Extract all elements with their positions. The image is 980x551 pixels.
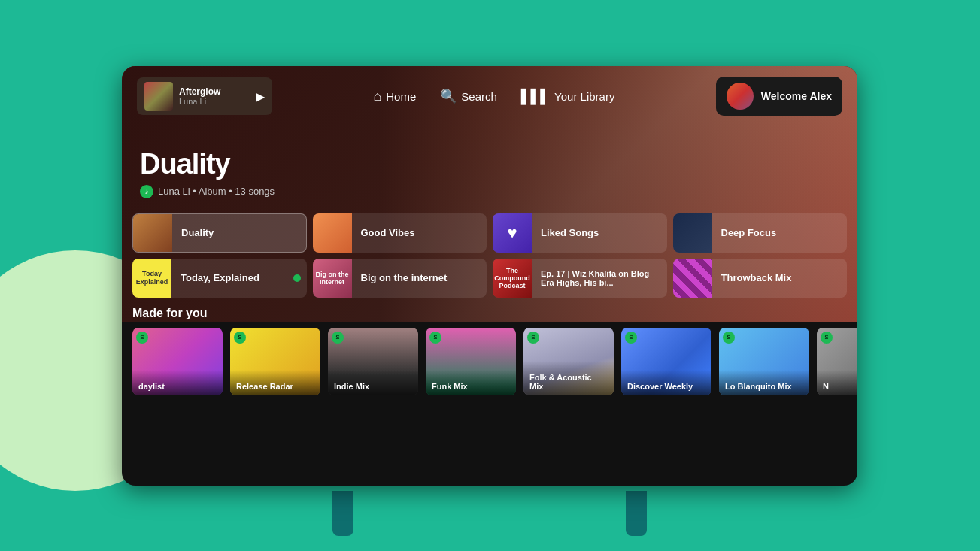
pick-biginternet[interactable]: Big on theInternet Big on the internet	[313, 259, 487, 298]
tv-frame: Afterglow Luna Li ▶ ⌂ Home 🔍 Search ▌▌▌ …	[122, 66, 857, 486]
pick-today[interactable]: TodayExplained Today, Explained	[132, 259, 307, 298]
playlist-card-funkmix[interactable]: S Funk Mix	[426, 328, 516, 395]
page-wrapper: Afterglow Luna Li ▶ ⌂ Home 🔍 Search ▌▌▌ …	[0, 0, 980, 551]
spotify-icon: S	[332, 332, 344, 344]
play-button[interactable]: ▶	[256, 89, 265, 104]
pick-label-deepfocus: Deep Focus	[712, 227, 848, 238]
pick-label-throwback: Throwback Mix	[712, 272, 848, 283]
playlist-art-funkmix: S Funk Mix	[426, 328, 516, 395]
playlist-art-daylist: S daylist	[132, 328, 223, 395]
today-art-text: TodayExplained	[136, 270, 168, 286]
playlist-card-discover[interactable]: S Discover Weekly	[621, 328, 711, 395]
new-episode-badge	[293, 274, 301, 282]
now-playing-pill[interactable]: Afterglow Luna Li ▶	[137, 77, 272, 115]
playlist-art-radar: S Release Radar	[230, 328, 320, 395]
pick-label-biginternet: Big on the internet	[352, 272, 487, 283]
playlist-label-folk: Folk & Acoustic Mix	[523, 361, 614, 395]
spotify-icon: S	[821, 332, 833, 344]
heart-icon: ♥	[507, 223, 517, 243]
tv-legs	[122, 491, 857, 536]
playlist-art-extra: S N	[817, 328, 857, 395]
nav-search[interactable]: 🔍 Search	[440, 88, 497, 104]
album-meta: ♪ Luna Li • Album • 13 songs	[140, 185, 839, 198]
playlist-card-extra[interactable]: S N	[817, 328, 857, 395]
artist-icon: ♪	[140, 185, 153, 198]
made-for-you-section: Made for you S daylist S Release Radar	[122, 298, 857, 395]
pick-art-liked: ♥	[493, 213, 532, 253]
playlist-grid: S daylist S Release Radar S	[132, 328, 847, 395]
playlist-label-daylist: daylist	[132, 370, 223, 395]
playlist-card-folk[interactable]: S Folk & Acoustic Mix	[523, 328, 614, 395]
pick-art-deepfocus	[673, 213, 712, 253]
quick-picks-grid: Duality Good Vibes ♥ Liked Songs Deep Fo…	[122, 213, 857, 298]
pick-art-today: TodayExplained	[132, 259, 171, 298]
album-meta-text: Luna Li • Album • 13 songs	[158, 186, 275, 197]
playlist-label-funkmix: Funk Mix	[426, 370, 516, 395]
home-icon: ⌂	[373, 89, 381, 104]
playlist-card-indiemix[interactable]: S Indie Mix	[328, 328, 418, 395]
pick-label-today: Today, Explained	[171, 272, 293, 283]
made-for-you-title: Made for you	[132, 307, 847, 320]
playlist-card-loblanquito[interactable]: S Lo Blanquito Mix	[719, 328, 809, 395]
tv-leg-right	[626, 491, 647, 536]
pick-label-liked: Liked Songs	[532, 227, 667, 238]
now-playing-art	[144, 82, 173, 111]
welcome-text: Welcome Alex	[761, 90, 832, 102]
spotify-icon: S	[723, 332, 735, 344]
nav-home[interactable]: ⌂ Home	[373, 89, 416, 104]
playlist-label-loblanquito: Lo Blanquito Mix	[719, 370, 809, 395]
playlist-art-discover: S Discover Weekly	[621, 328, 711, 395]
now-playing-info: Afterglow Luna Li	[179, 86, 250, 106]
pick-art-throwback	[673, 259, 712, 298]
navbar: Afterglow Luna Li ▶ ⌂ Home 🔍 Search ▌▌▌ …	[122, 66, 857, 126]
pick-label-duality: Duality	[172, 227, 306, 238]
album-title: Duality	[140, 149, 839, 180]
playlist-label-indiemix: Indie Mix	[328, 370, 418, 395]
home-label: Home	[386, 90, 416, 103]
now-playing-title: Afterglow	[179, 86, 250, 97]
playlist-art-folk: S Folk & Acoustic Mix	[523, 328, 614, 395]
pick-art-duality	[133, 213, 172, 253]
nav-center: ⌂ Home 🔍 Search ▌▌▌ Your Library	[287, 88, 701, 104]
search-label: Search	[461, 90, 497, 103]
pick-liked[interactable]: ♥ Liked Songs	[493, 213, 667, 253]
pick-deepfocus[interactable]: Deep Focus	[673, 213, 848, 253]
playlist-label-discover: Discover Weekly	[621, 370, 711, 395]
hero-section: Duality ♪ Luna Li • Album • 13 songs	[122, 126, 857, 213]
pick-art-podcast: The CompoundPodcast	[493, 259, 532, 298]
pick-duality[interactable]: Duality	[132, 213, 307, 253]
pick-throwback[interactable]: Throwback Mix	[673, 259, 848, 298]
now-playing-artist: Luna Li	[179, 97, 250, 106]
playlist-label-radar: Release Radar	[230, 370, 320, 395]
playlist-card-daylist[interactable]: S daylist	[132, 328, 223, 395]
now-playing-art-image	[144, 82, 173, 111]
spotify-icon: S	[136, 332, 148, 344]
pick-label-podcast: Ep. 17 | Wiz Khalifa on Blog Era Highs, …	[532, 269, 667, 287]
playlist-card-radar[interactable]: S Release Radar	[230, 328, 320, 395]
pick-label-goodvibes: Good Vibes	[352, 227, 487, 238]
spotify-icon: S	[234, 332, 246, 344]
library-label: Your Library	[554, 90, 614, 103]
playlist-label-extra: N	[817, 370, 857, 395]
search-icon: 🔍	[440, 88, 457, 104]
spotify-icon: S	[625, 332, 637, 344]
throwback-pattern	[673, 259, 712, 298]
spotify-icon: S	[527, 332, 539, 344]
pick-art-goodvibes	[313, 213, 352, 253]
playlist-art-indiemix: S Indie Mix	[328, 328, 418, 395]
spotify-icon: S	[429, 332, 441, 344]
pick-goodvibes[interactable]: Good Vibes	[313, 213, 487, 253]
pick-art-biginternet: Big on theInternet	[313, 259, 352, 298]
playlist-art-loblanquito: S Lo Blanquito Mix	[719, 328, 809, 395]
welcome-pill[interactable]: Welcome Alex	[716, 77, 842, 116]
pick-podcast[interactable]: The CompoundPodcast Ep. 17 | Wiz Khalifa…	[493, 259, 667, 298]
library-icon: ▌▌▌	[521, 89, 550, 104]
tv-leg-left	[332, 491, 353, 536]
user-avatar	[727, 83, 754, 110]
nav-library[interactable]: ▌▌▌ Your Library	[521, 89, 615, 104]
